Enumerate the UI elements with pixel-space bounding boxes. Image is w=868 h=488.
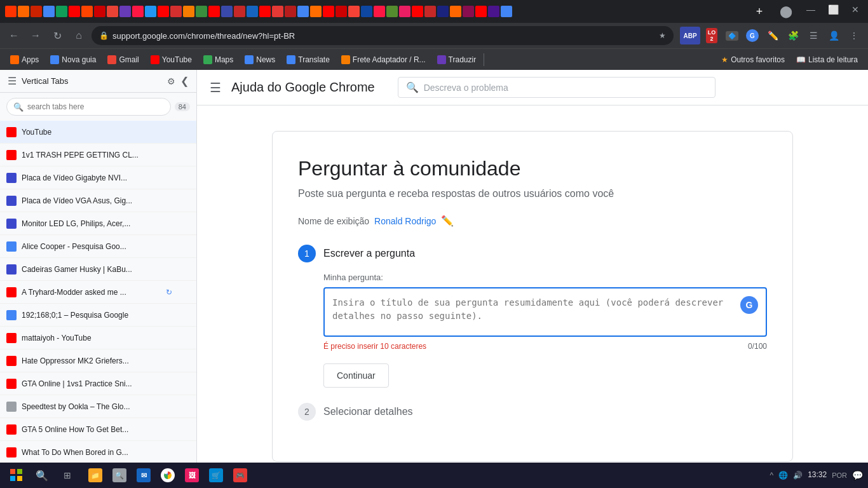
ext3-button[interactable]: 🔷 — [723, 27, 741, 44]
vtab-item[interactable]: Placa de Vídeo Gigabyte NVI... ✕ — [0, 166, 196, 189]
ext5-button[interactable]: ✏️ — [764, 27, 782, 44]
menu-button[interactable]: ⋮ — [845, 27, 863, 44]
vtab-item[interactable]: 192;168;0;1 – Pesquisa Google ✕ — [0, 304, 196, 327]
continue-button[interactable]: Continuar — [323, 363, 389, 388]
tab-favicon[interactable] — [424, 6, 436, 17]
ext2-button[interactable]: LO2 — [703, 27, 721, 44]
extensions-button[interactable]: ABP — [680, 27, 700, 44]
tab-favicon[interactable] — [475, 6, 487, 17]
tab-favicon[interactable] — [107, 6, 118, 17]
show-hidden-icons[interactable]: ^ — [770, 471, 773, 480]
volume-icon[interactable]: 🔊 — [793, 471, 803, 480]
profile-button[interactable]: 👤 — [825, 27, 843, 44]
bookmark-maps[interactable]: Maps — [198, 53, 238, 67]
tab-favicon[interactable] — [234, 6, 245, 17]
tab-favicon[interactable] — [196, 6, 207, 17]
tab-favicon[interactable] — [31, 6, 42, 17]
vtab-item[interactable]: 1v1 TRASH PEPE GETTING CL... ✕ — [0, 144, 196, 166]
tab-favicon[interactable] — [5, 6, 17, 17]
tab-favicon[interactable] — [221, 6, 233, 17]
search-button[interactable]: 🔍 — [31, 464, 53, 487]
vtab-item[interactable]: Speedtest by Ookla – The Glo... ✕ — [0, 395, 196, 418]
vtab-item[interactable]: Alice Cooper - Pesquisa Goo... ✕ — [0, 235, 196, 258]
vtab-item[interactable]: YouTube ✕ — [0, 121, 196, 144]
taskbar-red-app[interactable]: 🎮 — [229, 464, 252, 487]
vtab-item[interactable]: mattaiyoh - YouTube ✕ — [0, 327, 196, 349]
tab-favicon[interactable] — [285, 6, 296, 17]
vtab-item[interactable]: Monitor LED LG, Philips, Acer,... ✕ — [0, 212, 196, 235]
tab-favicon[interactable] — [69, 6, 80, 17]
tab-favicon[interactable] — [412, 6, 423, 17]
collapse-icon[interactable]: ❮ — [180, 75, 189, 87]
vtab-item[interactable]: Hate Oppressor MK2 Griefers... ✕ — [0, 349, 196, 372]
tab-favicon[interactable] — [183, 6, 194, 17]
tab-favicon[interactable] — [399, 6, 410, 17]
tab-favicon[interactable] — [450, 6, 461, 17]
tab-favicon[interactable] — [208, 6, 220, 17]
tab-favicon[interactable] — [501, 6, 512, 17]
tab-favicon[interactable] — [272, 6, 283, 17]
bookmark-lista-leitura[interactable]: 📖 Lista de leitura — [791, 53, 863, 67]
tab-favicon[interactable] — [247, 6, 258, 17]
vtab-item[interactable]: Placa de Vídeo VGA Asus, Gig... ✕ — [0, 189, 196, 212]
tab-favicon[interactable] — [94, 6, 105, 17]
question-textarea[interactable] — [332, 296, 735, 328]
bookmark-youtube[interactable]: YouTube — [146, 53, 197, 67]
tab-favicon[interactable] — [132, 6, 144, 17]
tab-favicon[interactable] — [170, 6, 182, 17]
bookmark-news[interactable]: News — [240, 53, 280, 67]
tab-favicon[interactable] — [437, 6, 449, 17]
notification-icon[interactable]: ⬤ — [775, 4, 797, 18]
settings-icon[interactable]: ⚙ — [167, 76, 175, 86]
minimize-button[interactable]: — — [803, 4, 819, 18]
start-button[interactable] — [5, 464, 28, 487]
taskbar-time-display[interactable]: 13:32 — [808, 470, 827, 480]
vtab-item[interactable]: What To Do When Bored in G... ✕ — [0, 441, 196, 463]
back-button[interactable]: ← — [5, 27, 23, 44]
home-button[interactable]: ⌂ — [70, 27, 88, 44]
vtabs-search-box[interactable]: 🔍 — [6, 98, 171, 116]
new-tab-button[interactable]: + — [750, 3, 768, 20]
taskbar-file-explorer[interactable]: 📁 — [84, 464, 107, 487]
hamburger-menu-icon[interactable]: ☰ — [210, 80, 221, 95]
ext4-button[interactable]: G — [743, 27, 761, 44]
vtab-item[interactable]: GTA Online | 1vs1 Practice Sni... ✕ — [0, 372, 196, 395]
bookmark-apps[interactable]: Apps — [5, 53, 44, 67]
address-box[interactable]: 🔒 support.google.com/chrome/thread/new?h… — [92, 26, 674, 45]
page-search-box[interactable]: 🔍 Descreva o problema — [398, 77, 715, 98]
customize-button[interactable]: ☰ — [804, 27, 822, 44]
tab-favicon[interactable] — [361, 6, 372, 17]
vtab-item[interactable]: A Tryhard-Modder asked me ... ↻ ✕ — [0, 281, 196, 304]
tab-favicon[interactable] — [323, 6, 334, 17]
forward-button[interactable]: → — [27, 27, 44, 44]
vtab-item[interactable]: Cadeiras Gamer Husky | KaBu... ✕ — [0, 258, 196, 281]
bookmark-traduzir[interactable]: Traduzir — [432, 53, 482, 67]
tab-favicon[interactable] — [463, 6, 474, 17]
tab-favicon[interactable] — [56, 6, 67, 17]
bookmark-translate[interactable]: Translate — [281, 53, 335, 67]
tab-favicon[interactable] — [81, 6, 93, 17]
tab-favicon[interactable] — [119, 6, 131, 17]
notifications-icon[interactable]: 💬 — [852, 470, 863, 480]
close-button[interactable]: ✕ — [848, 4, 863, 18]
bookmark-nova-guia[interactable]: Nova guia — [45, 53, 101, 67]
star-icon[interactable]: ★ — [659, 31, 666, 40]
tab-favicon[interactable] — [348, 6, 360, 17]
taskbar-mail[interactable]: ✉ — [132, 464, 155, 487]
maximize-button[interactable]: ⬜ — [824, 4, 843, 18]
refresh-button[interactable]: ↻ — [48, 27, 66, 44]
bookmark-frete[interactable]: Frete Adaptador / R... — [336, 53, 431, 67]
tab-favicon[interactable] — [336, 6, 347, 17]
tab-favicon[interactable] — [310, 6, 322, 17]
search-tabs-input[interactable] — [27, 102, 164, 111]
tab-favicon[interactable] — [374, 6, 385, 17]
tab-favicon[interactable] — [43, 6, 55, 17]
taskbar-search-app[interactable]: 🔍 — [108, 464, 131, 487]
bookmark-gmail[interactable]: Gmail — [102, 53, 144, 67]
extensions-mgr-button[interactable]: 🧩 — [784, 27, 802, 44]
edit-name-icon[interactable]: ✏️ — [441, 215, 454, 227]
vtab-item[interactable]: GTA 5 Online How To Get Bet... ✕ — [0, 418, 196, 441]
taskbar-chrome[interactable] — [156, 464, 179, 487]
network-icon[interactable]: 🌐 — [778, 471, 788, 480]
bookmark-outros-favoritos[interactable]: ★ Outros favoritos — [716, 53, 790, 67]
